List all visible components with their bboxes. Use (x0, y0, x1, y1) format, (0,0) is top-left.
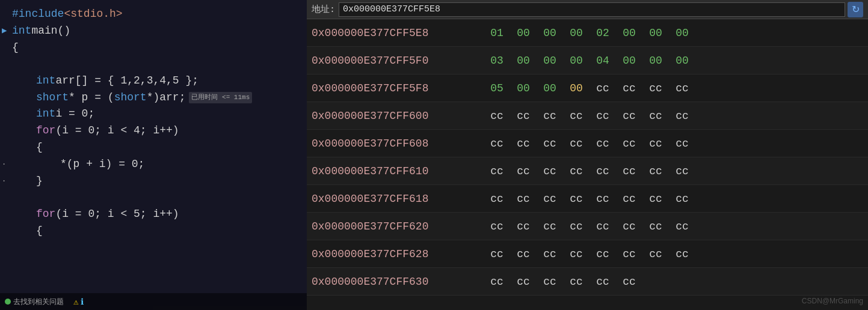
bottom-bar: 去找到相关问题 ⚠ ℹ (0, 293, 307, 310)
memory-address: 0x000000E377CFF628 (312, 248, 489, 260)
code-token: { (36, 223, 43, 240)
debug-indicator: · (2, 159, 6, 171)
code-token: { (36, 139, 43, 156)
code-token: short (36, 90, 69, 106)
memory-byte: 00 (648, 27, 663, 39)
memory-byte: cc (516, 248, 531, 260)
memory-byte: cc (595, 220, 611, 232)
code-token: (i = 0; i < 5; i++) (55, 206, 179, 223)
address-label: 地址: (312, 4, 335, 15)
memory-byte: 00 (516, 55, 531, 67)
memory-byte: cc (674, 248, 690, 260)
memory-bytes: cccccccccccccccc (489, 165, 863, 177)
memory-row: 0x000000E377CFF600cccccccccccccccc (307, 102, 868, 130)
code-token: arr[] = { 1,2,3,4,5 }; (55, 73, 199, 90)
memory-address: 0x000000E377CFF608 (312, 138, 489, 150)
memory-byte: cc (595, 193, 611, 205)
memory-row: 0x000000E377CFF5F805000000cccccccc (307, 74, 868, 102)
memory-byte: cc (489, 165, 505, 177)
refresh-button[interactable]: ↻ (848, 2, 863, 17)
code-line-3: { (0, 40, 307, 56)
memory-byte: cc (674, 82, 690, 94)
memory-row: 0x000000E377CFF620cccccccccccccccc (307, 213, 868, 240)
code-token: <stdio.h> (64, 6, 122, 23)
code-token: *)arr; (147, 90, 186, 106)
code-panel: #include <stdio.h> ▶ int main() { int ar… (0, 0, 307, 310)
warning-icon: ⚠ (73, 297, 78, 307)
code-line-13: for (i = 0; i < 5; i++) (0, 206, 307, 223)
memory-bytes: cccccccccccc (489, 276, 863, 288)
memory-byte: cc (568, 165, 584, 177)
memory-byte: 00 (674, 27, 690, 39)
memory-byte: cc (621, 110, 637, 122)
memory-address: 0x000000E377CFF5F0 (312, 55, 489, 67)
status-item: 去找到相关问题 (5, 297, 64, 307)
code-token: int (12, 23, 31, 40)
debug-indicator: · (2, 176, 6, 187)
code-line-10: · *(p + i) = 0; (0, 156, 307, 173)
address-input[interactable] (339, 2, 845, 17)
code-line-12 (0, 190, 307, 206)
memory-byte: 00 (568, 82, 584, 94)
memory-byte: cc (595, 82, 611, 94)
code-line-4 (0, 56, 307, 73)
breakpoint-indicator: ▶ (2, 25, 7, 38)
memory-byte: cc (542, 220, 558, 232)
memory-byte: cc (595, 248, 611, 260)
memory-byte: cc (542, 165, 558, 177)
memory-byte: cc (489, 276, 505, 288)
memory-byte: 00 (516, 27, 531, 39)
code-line-7: int i = 0; (0, 106, 307, 123)
code-token: } (36, 173, 43, 190)
memory-byte: cc (595, 165, 611, 177)
memory-byte: cc (648, 165, 663, 177)
memory-byte: cc (489, 220, 505, 232)
memory-bytes: cccccccccccccccc (489, 220, 863, 232)
memory-byte: 00 (516, 82, 531, 94)
memory-byte: cc (516, 193, 531, 205)
memory-bytes: cccccccccccccccc (489, 248, 863, 260)
memory-byte: 04 (595, 55, 611, 67)
memory-row: 0x000000E377CFF5F00300000004000000 (307, 47, 868, 74)
memory-byte: cc (489, 193, 505, 205)
memory-byte: 00 (568, 55, 584, 67)
memory-byte: cc (621, 248, 637, 260)
memory-bytes: 05000000cccccccc (489, 82, 863, 94)
memory-byte: 02 (595, 27, 611, 39)
memory-byte: cc (674, 110, 690, 122)
memory-byte: cc (674, 220, 690, 232)
memory-panel: 地址: ↻ 0x000000E377CFF5E80100000002000000… (307, 0, 868, 310)
memory-byte: cc (542, 276, 558, 288)
info-icon: ℹ (81, 297, 84, 307)
memory-byte: cc (621, 220, 637, 232)
code-token: #include (12, 6, 64, 23)
memory-byte: cc (568, 110, 584, 122)
code-content: #include <stdio.h> ▶ int main() { int ar… (0, 0, 307, 246)
memory-row: 0x000000E377CFF628cccccccccccccccc (307, 240, 868, 268)
code-token: int (36, 73, 55, 90)
memory-byte: 05 (489, 82, 505, 94)
code-token: main() (31, 23, 70, 40)
memory-row: 0x000000E377CFF630cccccccccccc (307, 268, 868, 296)
code-line-8: for (i = 0; i < 4; i++) (0, 123, 307, 139)
memory-byte: 00 (621, 27, 637, 39)
memory-byte: cc (542, 248, 558, 260)
memory-byte: cc (595, 110, 611, 122)
memory-byte: cc (674, 193, 690, 205)
memory-byte: cc (648, 248, 663, 260)
memory-byte: 00 (674, 55, 690, 67)
memory-byte: 03 (489, 55, 505, 67)
code-line-2: ▶ int main() (0, 23, 307, 40)
memory-row: 0x000000E377CFF5E80100000002000000 (307, 19, 868, 47)
memory-bytes: cccccccccccccccc (489, 138, 863, 150)
code-token: int (36, 106, 55, 123)
code-token: i = 0; (55, 106, 94, 123)
memory-byte: cc (542, 193, 558, 205)
code-token: for (36, 206, 55, 223)
memory-byte: cc (489, 138, 505, 150)
code-line-9: { (0, 139, 307, 156)
memory-byte: cc (516, 138, 531, 150)
memory-bytes: 0100000002000000 (489, 27, 863, 39)
code-line-1: #include <stdio.h> (0, 6, 307, 23)
code-line-6: short* p = (short*)arr; 已用时间 <= 11ms (0, 90, 307, 106)
